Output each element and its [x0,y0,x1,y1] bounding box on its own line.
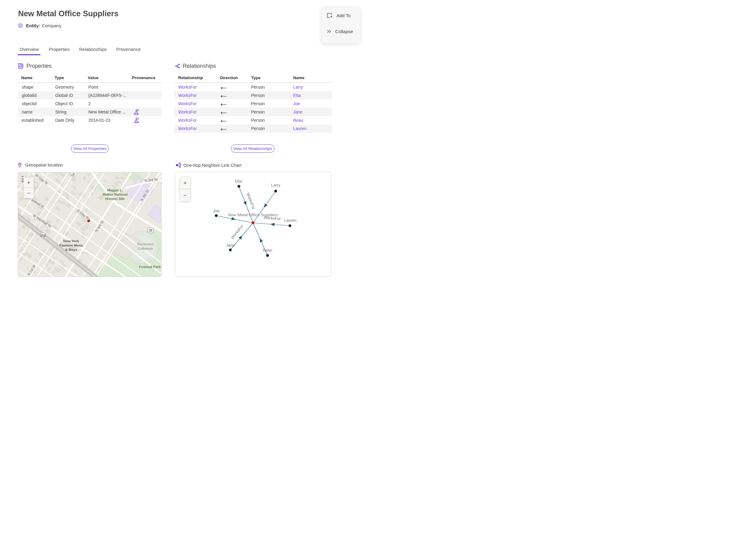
svg-text:Jane: Jane [226,243,235,247]
svg-text:& Boys: & Boys [65,248,77,251]
svg-text:WorksFor: WorksFor [246,192,256,210]
svg-text:Historic Site: Historic Site [105,197,125,201]
svg-text:Lauren: Lauren [284,218,296,223]
svg-text:Maggie L.: Maggie L. [107,188,123,192]
svg-text:Larry: Larry [271,183,280,187]
svg-text:Festival Park: Festival Park [139,265,161,269]
svg-text:Etta: Etta [235,179,242,183]
svg-text:WorksFor: WorksFor [230,224,244,240]
svg-text:Walker National: Walker National [102,193,128,196]
svg-text:Joe: Joe [213,209,220,213]
svg-text:Beau: Beau [263,248,272,252]
svg-text:New York: New York [63,239,79,243]
svg-text:33: 33 [149,229,152,232]
svg-text:Coliseum: Coliseum [138,247,153,250]
svg-text:WorksFor: WorksFor [263,215,281,221]
svg-text:Richmond: Richmond [137,242,153,246]
svg-text:Fashion Mens: Fashion Mens [59,244,83,247]
svg-text:250: 250 [40,234,46,237]
